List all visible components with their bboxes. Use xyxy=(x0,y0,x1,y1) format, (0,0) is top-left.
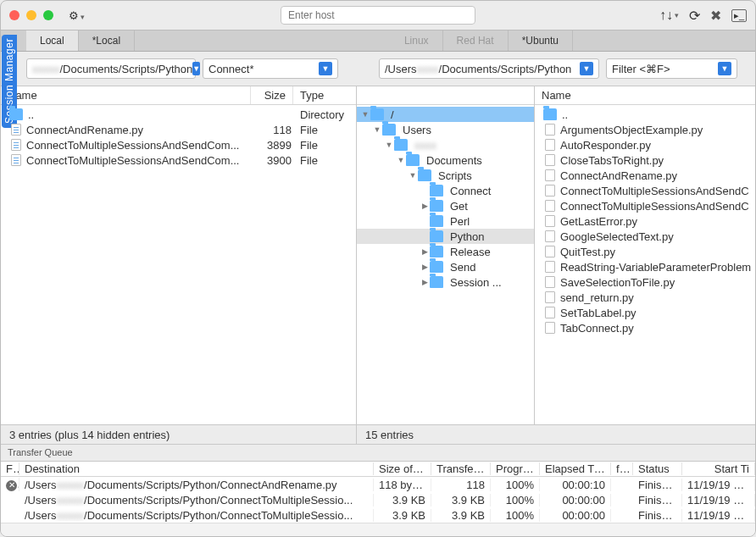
tree-node[interactable]: Perl xyxy=(357,213,534,229)
tree-node[interactable]: ▶Send xyxy=(357,259,534,274)
folder-tree[interactable]: ▼/▼Users▼xxxx▼Documents▼ScriptsConnect▶G… xyxy=(357,105,534,424)
tree-node[interactable]: Connect xyxy=(357,183,534,198)
tree-node[interactable]: ▼Scripts xyxy=(357,168,534,183)
tab-ubuntu[interactable]: *Ubuntu xyxy=(509,30,573,51)
file-row[interactable]: GoogleSelectedText.py xyxy=(535,229,755,244)
file-row[interactable]: ReadString-VariableParameterProblem xyxy=(535,259,755,274)
tq-col-elapsed[interactable]: Elapsed Time xyxy=(540,462,611,475)
disclosure-triangle-icon[interactable]: ▶ xyxy=(420,202,430,210)
local-path-combo[interactable]: xxxxx /Documents/Scripts/Python ▼ xyxy=(26,58,196,79)
file-name: GetLastError.py xyxy=(560,215,755,228)
tree-node[interactable]: Python xyxy=(357,229,534,244)
host-input[interactable] xyxy=(281,6,475,25)
file-icon xyxy=(545,291,555,303)
disclosure-triangle-icon[interactable]: ▼ xyxy=(372,125,382,134)
file-row[interactable]: ConnectToMultipleSessionsAndSendC xyxy=(535,198,755,213)
col-name[interactable]: Name xyxy=(535,86,755,104)
file-row[interactable]: ConnectAndRename.py118File xyxy=(1,122,356,137)
file-row[interactable]: .. xyxy=(535,107,755,122)
transfer-queue-rows: ✕/Usersxxxxx/Documents/Scripts/Python/Co… xyxy=(1,477,755,523)
tq-destination: /Usersxxxxx/Documents/Scripts/Python/Con… xyxy=(19,509,374,522)
tq-size: 118 bytes xyxy=(374,479,431,491)
tq-col-transferred[interactable]: Transferred xyxy=(431,462,491,475)
stop-button[interactable]: ✖ xyxy=(710,8,721,24)
tree-label: Session ... xyxy=(450,276,502,289)
file-row[interactable]: ConnectToMultipleSessionsAndSendCom...38… xyxy=(1,137,356,152)
file-row[interactable]: ArgumentsObjectExample.py xyxy=(535,122,755,137)
local-filter-combo[interactable]: Connect* ▼ xyxy=(203,58,338,79)
horizontal-scrollbar[interactable] xyxy=(1,523,755,536)
folder-icon xyxy=(406,154,420,166)
tree-node[interactable]: ▶Get xyxy=(357,198,534,213)
file-row[interactable]: ..Directory xyxy=(1,107,356,122)
local-file-list[interactable]: ..DirectoryConnectAndRename.py118FileCon… xyxy=(1,105,356,424)
remote-filter-combo[interactable]: Filter <⌘F> ▼ xyxy=(606,58,737,79)
tq-start: 11/19/19 4:03 xyxy=(682,494,755,507)
col-name[interactable]: Name xyxy=(1,86,251,104)
transfer-row[interactable]: /Usersxxxxx/Documents/Scripts/Python/Con… xyxy=(1,492,755,507)
tq-progress: 100% xyxy=(491,509,540,522)
file-name: TabConnect.py xyxy=(560,322,755,335)
tq-destination: /Usersxxxxx/Documents/Scripts/Python/Con… xyxy=(19,494,374,507)
folder-tree-pane: ▼/▼Users▼xxxx▼Documents▼ScriptsConnect▶G… xyxy=(357,86,535,424)
tq-clear-button[interactable]: ✕ xyxy=(1,478,19,491)
col-type[interactable]: Type xyxy=(293,86,356,104)
tree-node[interactable]: ▶Session ... xyxy=(357,274,534,290)
tree-node[interactable]: ▼/ xyxy=(357,107,534,122)
tab-local-modified[interactable]: *Local xyxy=(79,30,135,51)
close-window-button[interactable] xyxy=(9,10,19,20)
file-icon xyxy=(545,261,555,273)
file-icon xyxy=(545,154,555,166)
tq-col-status[interactable]: Status xyxy=(633,462,682,475)
tq-progress: 100% xyxy=(491,494,540,507)
file-name: CloseTabsToRight.py xyxy=(560,154,755,167)
tree-node[interactable]: ▼Users xyxy=(357,122,534,137)
transfer-row[interactable]: /Usersxxxxx/Documents/Scripts/Python/Con… xyxy=(1,507,755,523)
file-row[interactable]: send_return.py xyxy=(535,290,755,305)
tree-node[interactable]: ▶Release xyxy=(357,244,534,259)
disclosure-triangle-icon[interactable]: ▶ xyxy=(420,247,430,256)
tq-col-destination[interactable]: Destination xyxy=(19,462,374,475)
remote-path-combo[interactable]: /Users xxxx /Documents/Scripts/Python ▼ xyxy=(379,58,599,79)
file-row[interactable]: ConnectToMultipleSessionsAndSendC xyxy=(535,183,755,198)
file-row[interactable]: ConnectAndRename.py xyxy=(535,168,755,183)
file-row[interactable]: QuitTest.py xyxy=(535,244,755,259)
tree-node[interactable]: ▼xxxx xyxy=(357,137,534,152)
chevron-down-icon: ▼ xyxy=(580,62,593,75)
file-row[interactable]: AutoResponder.py xyxy=(535,137,755,152)
zoom-window-button[interactable] xyxy=(43,10,53,20)
minimize-window-button[interactable] xyxy=(26,10,36,20)
tree-node[interactable]: ▼Documents xyxy=(357,152,534,168)
disclosure-triangle-icon[interactable]: ▼ xyxy=(396,156,406,164)
file-row[interactable]: CloseTabsToRight.py xyxy=(535,152,755,168)
tq-col-fi[interactable]: Fi xyxy=(1,462,19,475)
tab-local[interactable]: Local xyxy=(26,30,79,51)
tab-redhat[interactable]: Red Hat xyxy=(443,30,509,51)
tq-col-blank[interactable]: ft :d xyxy=(611,462,633,475)
tq-col-start[interactable]: Start Ti xyxy=(682,462,755,475)
settings-menu[interactable]: ⚙▾ xyxy=(69,8,85,22)
disclosure-triangle-icon[interactable]: ▼ xyxy=(384,141,394,149)
terminal-button[interactable]: ▸_ xyxy=(731,9,747,22)
file-row[interactable]: SetTabLabel.py xyxy=(535,305,755,320)
disclosure-triangle-icon[interactable]: ▼ xyxy=(408,171,418,180)
file-icon xyxy=(545,276,555,288)
refresh-button[interactable]: ⟳ xyxy=(689,8,700,24)
disclosure-triangle-icon[interactable]: ▶ xyxy=(420,263,430,271)
sort-menu[interactable]: ↑↓▾ xyxy=(659,8,679,23)
file-row[interactable]: SaveSelectionToFile.py xyxy=(535,274,755,290)
transfer-row[interactable]: ✕/Usersxxxxx/Documents/Scripts/Python/Co… xyxy=(1,477,755,492)
tq-col-size[interactable]: Size of File xyxy=(374,462,431,475)
tq-col-progress[interactable]: Progress xyxy=(491,462,540,475)
disclosure-triangle-icon[interactable]: ▶ xyxy=(420,278,430,286)
disclosure-triangle-icon[interactable]: ▼ xyxy=(360,110,370,119)
file-name: SaveSelectionToFile.py xyxy=(560,276,755,289)
remote-file-list[interactable]: ..ArgumentsObjectExample.pyAutoResponder… xyxy=(535,105,755,424)
file-row[interactable]: GetLastError.py xyxy=(535,213,755,229)
file-row[interactable]: TabConnect.py xyxy=(535,320,755,335)
status-bar: 3 entries (plus 14 hidden entries) 15 en… xyxy=(1,424,755,445)
tq-transferred: 3.9 KB xyxy=(431,509,491,522)
tab-linux[interactable]: Linux xyxy=(391,30,443,51)
col-size[interactable]: Size xyxy=(251,86,293,104)
file-row[interactable]: ConnectToMultipleSessionsAndSendCom...39… xyxy=(1,152,356,168)
